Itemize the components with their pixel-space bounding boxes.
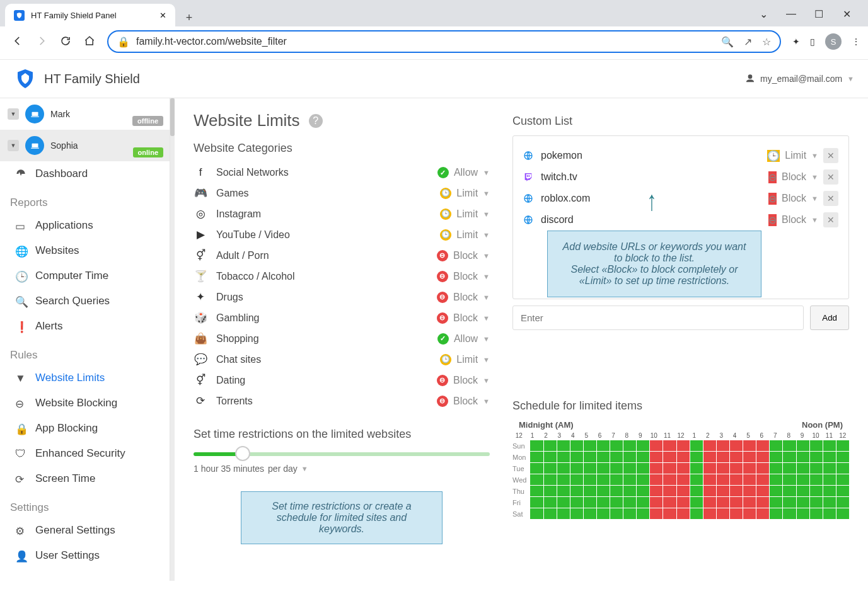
category-action-dropdown[interactable]: ✓ Allow ▼ (437, 167, 490, 178)
profile-row[interactable]: ▼ Sophia online (0, 130, 170, 161)
sidebar-item-search-queries[interactable]: 🔍Search Queries (0, 288, 170, 314)
schedule-cell[interactable] (756, 508, 769, 519)
schedule-cell[interactable] (717, 497, 729, 508)
schedule-cell[interactable] (823, 440, 836, 451)
maximize-button[interactable]: ☐ (811, 8, 826, 20)
sidebar-dashboard[interactable]: Dashboard (0, 161, 170, 186)
schedule-cell[interactable] (797, 474, 809, 485)
schedule-cell[interactable] (610, 440, 623, 451)
schedule-cell[interactable] (836, 452, 849, 462)
schedule-cell[interactable] (690, 486, 703, 496)
home-button[interactable] (83, 35, 96, 49)
add-button[interactable]: Add (810, 306, 849, 330)
schedule-cell[interactable] (690, 452, 703, 462)
kebab-menu-icon[interactable]: ⋮ (852, 37, 860, 47)
schedule-cell[interactable] (663, 486, 676, 496)
schedule-cell[interactable] (637, 463, 649, 474)
category-action-dropdown[interactable]: ⊖ Block ▼ (437, 312, 490, 324)
schedule-cell[interactable] (743, 463, 756, 474)
schedule-cell[interactable] (570, 463, 583, 474)
help-icon[interactable]: ? (309, 114, 323, 128)
schedule-cell[interactable] (530, 497, 543, 508)
schedule-cell[interactable] (823, 452, 836, 462)
schedule-cell[interactable] (717, 463, 729, 474)
schedule-cell[interactable] (677, 497, 690, 508)
schedule-cell[interactable] (597, 497, 610, 508)
schedule-cell[interactable] (650, 508, 663, 519)
schedule-cell[interactable] (730, 508, 743, 519)
schedule-cell[interactable] (690, 508, 703, 519)
schedule-cell[interactable] (570, 497, 583, 508)
time-label[interactable]: 1 hour 35 minutes per day ▼ (194, 464, 490, 474)
schedule-cell[interactable] (637, 508, 649, 519)
sidebar-item-user-settings[interactable]: 👤User Settings (0, 543, 170, 568)
schedule-cell[interactable] (584, 463, 596, 474)
schedule-cell[interactable] (544, 497, 557, 508)
schedule-cell[interactable] (770, 486, 782, 496)
schedule-cell[interactable] (703, 497, 716, 508)
schedule-cell[interactable] (810, 463, 823, 474)
schedule-cell[interactable] (703, 463, 716, 474)
schedule-cell[interactable] (756, 486, 769, 496)
schedule-cell[interactable] (690, 463, 703, 474)
chevron-down-icon[interactable]: ▼ (8, 140, 19, 151)
forward-button[interactable] (35, 35, 48, 49)
category-action-dropdown[interactable]: ⊖ Block ▼ (437, 292, 490, 303)
schedule-cell[interactable] (743, 474, 756, 485)
schedule-cell[interactable] (544, 474, 557, 485)
back-button[interactable] (11, 35, 24, 49)
slider-handle[interactable] (235, 446, 250, 461)
schedule-cell[interactable] (770, 497, 782, 508)
schedule-cell[interactable] (703, 440, 716, 451)
schedule-cell[interactable] (530, 508, 543, 519)
delete-button[interactable]: ✕ (823, 212, 838, 227)
category-action-dropdown[interactable]: ⊖ Block ▼ (437, 375, 490, 386)
schedule-cell[interactable] (637, 440, 649, 451)
sidebar-item-websites[interactable]: 🌐Websites (0, 238, 170, 263)
schedule-cell[interactable] (703, 452, 716, 462)
delete-button[interactable]: ✕ (823, 191, 838, 206)
delete-button[interactable]: ✕ (823, 169, 838, 185)
schedule-cell[interactable] (663, 463, 676, 474)
schedule-cell[interactable] (756, 452, 769, 462)
schedule-cell[interactable] (637, 497, 649, 508)
schedule-cell[interactable] (677, 463, 690, 474)
schedule-cell[interactable] (584, 474, 596, 485)
schedule-cell[interactable] (637, 474, 649, 485)
schedule-cell[interactable] (770, 463, 782, 474)
time-slider[interactable] (194, 452, 490, 456)
schedule-cell[interactable] (663, 440, 676, 451)
schedule-cell[interactable] (557, 486, 570, 496)
schedule-cell[interactable] (730, 440, 743, 451)
schedule-cell[interactable] (730, 497, 743, 508)
schedule-cell[interactable] (623, 497, 636, 508)
schedule-cell[interactable] (836, 497, 849, 508)
sidebar-item-app-blocking[interactable]: 🔒App Blocking (0, 416, 170, 441)
schedule-cell[interactable] (610, 452, 623, 462)
schedule-cell[interactable] (836, 463, 849, 474)
schedule-cell[interactable] (756, 497, 769, 508)
close-tab-icon[interactable]: ✕ (159, 11, 166, 20)
schedule-cell[interactable] (717, 474, 729, 485)
schedule-cell[interactable] (623, 452, 636, 462)
schedule-cell[interactable] (610, 474, 623, 485)
new-tab-button[interactable]: + (180, 9, 198, 26)
schedule-cell[interactable] (730, 486, 743, 496)
schedule-cell[interactable] (663, 497, 676, 508)
schedule-cell[interactable] (703, 486, 716, 496)
schedule-cell[interactable] (650, 474, 663, 485)
schedule-cell[interactable] (650, 463, 663, 474)
schedule-cell[interactable] (557, 463, 570, 474)
chevron-down-icon[interactable]: ▼ (8, 108, 19, 120)
schedule-cell[interactable] (770, 474, 782, 485)
schedule-cell[interactable] (783, 463, 796, 474)
schedule-cell[interactable] (797, 497, 809, 508)
schedule-cell[interactable] (836, 486, 849, 496)
schedule-cell[interactable] (810, 497, 823, 508)
schedule-cell[interactable] (530, 440, 543, 451)
schedule-cell[interactable] (690, 497, 703, 508)
schedule-cell[interactable] (797, 463, 809, 474)
schedule-cell[interactable] (836, 440, 849, 451)
schedule-cell[interactable] (544, 463, 557, 474)
schedule-cell[interactable] (677, 452, 690, 462)
